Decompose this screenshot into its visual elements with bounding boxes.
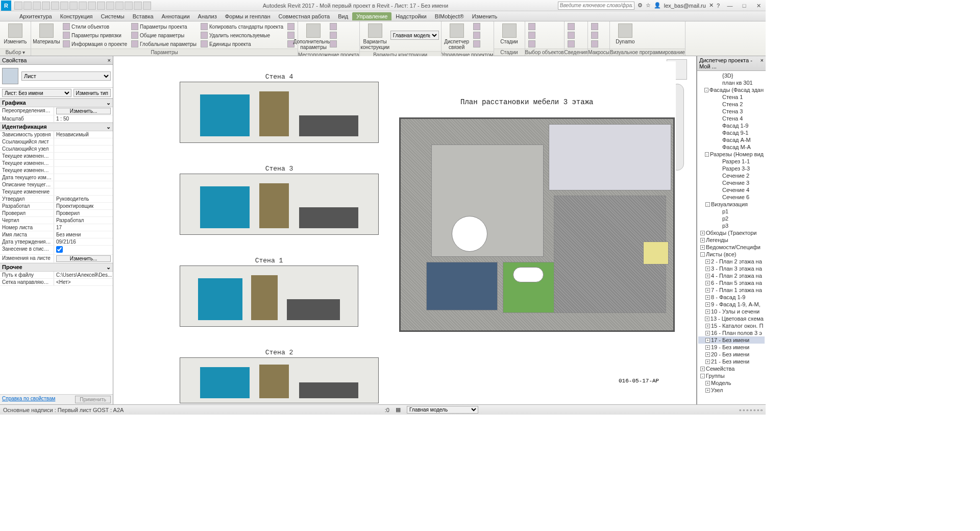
properties-grid[interactable]: Графика⌄Переопределения ви...Изменить...…: [0, 99, 113, 394]
property-row[interactable]: Описание текущего ...: [0, 181, 113, 188]
tree-expander-icon[interactable]: +: [705, 317, 709, 321]
filter-icon[interactable]: ▦: [396, 406, 401, 413]
property-value[interactable]: Независимый: [54, 131, 113, 138]
qat-text-icon[interactable]: [88, 2, 96, 10]
property-edit-button[interactable]: Изменить...: [56, 108, 111, 114]
tree-item[interactable]: +10 - Узлы и сечени: [698, 308, 765, 315]
tree-item[interactable]: +Ведомости/Специфи: [698, 244, 765, 251]
property-row[interactable]: ПроверилПроверил: [0, 210, 113, 217]
tree-expander-icon[interactable]: +: [705, 267, 710, 271]
ribbon-tab-10[interactable]: Надстройки: [391, 12, 430, 20]
signin-icon[interactable]: 👤: [654, 2, 661, 9]
property-value[interactable]: [54, 167, 113, 174]
tree-item[interactable]: +Легенды: [698, 236, 765, 244]
tree-item[interactable]: -Разрезы (Номер вид: [698, 151, 765, 158]
property-value[interactable]: Проектировщик: [54, 203, 113, 209]
tree-item[interactable]: +2 - План 2 этажа на: [698, 258, 765, 265]
tree-expander-icon[interactable]: +: [705, 288, 710, 293]
tree-item[interactable]: -Фасады (Фасад здан: [698, 86, 765, 93]
browser-close-icon[interactable]: ×: [761, 57, 764, 69]
drawing-canvas[interactable]: План расстановки мебели 3 этажа 016-05-1…: [113, 56, 697, 404]
help-icon[interactable]: ?: [717, 3, 720, 9]
ribbon-tool[interactable]: [286, 22, 296, 31]
tree-item[interactable]: +Семейства: [698, 365, 765, 372]
tree-item[interactable]: р3: [698, 222, 765, 229]
tree-expander-icon[interactable]: +: [705, 359, 710, 364]
property-row[interactable]: УтвердилРуководитель: [0, 196, 113, 203]
tree-item[interactable]: +7 - План 1 этажа на: [698, 286, 765, 294]
tree-expander-icon[interactable]: +: [705, 259, 710, 264]
ribbon-tool[interactable]: [590, 40, 599, 48]
tree-item[interactable]: Разрез 3-3: [698, 165, 765, 172]
tree-item[interactable]: Стена 2: [698, 101, 765, 108]
property-value[interactable]: Изменить...: [54, 107, 113, 115]
tree-item[interactable]: +19 - Без имени: [698, 344, 765, 351]
ribbon-tool[interactable]: [527, 22, 536, 31]
property-value[interactable]: C:\Users\Алексей\Des...: [54, 272, 113, 278]
ribbon-tool[interactable]: [527, 31, 536, 39]
property-value[interactable]: <Нет>: [54, 279, 113, 285]
tree-expander-icon[interactable]: +: [705, 352, 710, 357]
property-checkbox[interactable]: [56, 246, 63, 253]
property-row[interactable]: ЧертилРазработал: [0, 217, 113, 224]
close-button[interactable]: ✕: [751, 1, 766, 11]
project-tree[interactable]: {3D}план кв 301-Фасады (Фасад зданСтена …: [697, 71, 766, 395]
property-value[interactable]: 09/21/16: [54, 238, 113, 245]
ribbon-small-button[interactable]: Стили объектов: [62, 22, 128, 31]
ribbon-tab-5[interactable]: Анализ: [194, 12, 221, 20]
ribbon-tool[interactable]: [472, 31, 481, 39]
property-value[interactable]: 17: [54, 224, 113, 231]
ribbon-tab-1[interactable]: Конструкция: [56, 12, 97, 20]
property-row[interactable]: Ссылающийся узел: [0, 146, 113, 153]
ribbon-tool[interactable]: [472, 22, 481, 31]
tree-item[interactable]: +4 - План 2 этажа на: [698, 272, 765, 279]
qat-print-icon[interactable]: [51, 2, 59, 10]
ribbon-button[interactable]: Dynamo: [612, 22, 639, 45]
type-selector[interactable]: Лист: [21, 71, 111, 81]
property-row[interactable]: Дата утверждения ли...09/21/16: [0, 238, 113, 246]
property-row[interactable]: Номер листа17: [0, 224, 113, 231]
ribbon-tab-12[interactable]: Изменить: [468, 12, 502, 20]
property-row[interactable]: Масштаб1 : 50: [0, 115, 113, 123]
ribbon-button[interactable]: Варианты конструкции: [362, 22, 388, 51]
tree-item[interactable]: Стена 4: [698, 115, 765, 122]
ribbon-tab-6[interactable]: Формы и генплан: [221, 12, 275, 20]
ribbon-small-button[interactable]: Общие параметры: [130, 31, 198, 39]
property-value[interactable]: Разработал: [54, 217, 113, 224]
property-row[interactable]: РазработалПроектировщик: [0, 203, 113, 210]
tree-expander-icon[interactable]: -: [704, 88, 708, 92]
tree-expander-icon[interactable]: +: [700, 238, 705, 243]
title-search-input[interactable]: [558, 2, 634, 10]
property-category[interactable]: Идентификация⌄: [0, 123, 113, 131]
qat-save-icon[interactable]: [23, 2, 32, 10]
ribbon-tab-0[interactable]: Архитектура: [15, 12, 56, 20]
ribbon-tab-4[interactable]: Аннотации: [158, 12, 194, 20]
ribbon-tool[interactable]: [329, 40, 338, 48]
apply-button[interactable]: Применить: [75, 396, 111, 403]
tree-item[interactable]: Сечение 3: [698, 179, 765, 186]
ribbon-tab-9[interactable]: Управление: [352, 12, 391, 20]
tree-expander-icon[interactable]: +: [705, 324, 710, 328]
ribbon-small-button[interactable]: Информация о проекте: [62, 40, 128, 48]
ribbon-small-button[interactable]: Глобальные параметры: [130, 40, 198, 48]
exchange-icon[interactable]: ✕: [709, 2, 714, 9]
qat-align-icon[interactable]: [69, 2, 78, 10]
tree-expander-icon[interactable]: +: [700, 245, 705, 250]
property-value[interactable]: [54, 146, 113, 152]
property-row[interactable]: Изменения на листеИзменить...: [0, 255, 113, 263]
property-value[interactable]: [54, 188, 113, 195]
ribbon-small-button[interactable]: Копировать стандарты проекта: [200, 22, 284, 31]
property-row[interactable]: Текущее изменение ...: [0, 160, 113, 167]
property-edit-button[interactable]: Изменить...: [56, 255, 111, 262]
ribbon-small-button[interactable]: Параметры проекта: [130, 22, 198, 31]
tree-item[interactable]: +9 - Фасад 1-9, А-М,: [698, 301, 765, 308]
ribbon-tool[interactable]: [590, 31, 599, 39]
tree-item[interactable]: Стена 1: [698, 93, 765, 101]
ribbon-button[interactable]: Стадии: [496, 22, 523, 45]
tree-item[interactable]: +3 - План 3 этажа на: [698, 265, 765, 272]
property-value[interactable]: [54, 153, 113, 159]
tree-item[interactable]: +Обходы (Траектори: [698, 229, 765, 236]
qat-undo-icon[interactable]: [33, 2, 41, 10]
tree-item[interactable]: +17 - Без имени: [698, 336, 765, 344]
status-tray[interactable]: ▫ ▫ ▫ ▫ ▫ ▫ ▫: [739, 407, 763, 413]
